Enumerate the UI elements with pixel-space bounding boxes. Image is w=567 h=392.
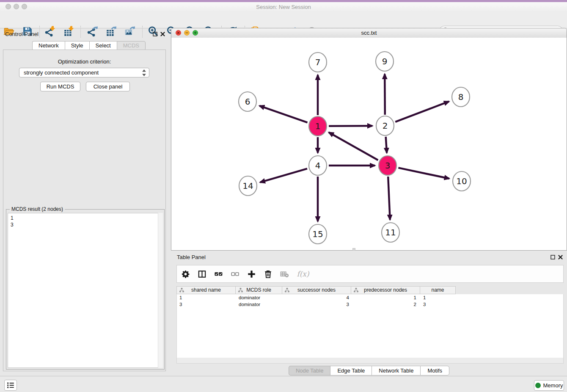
criterion-dropdown[interactable]: strongly connected component bbox=[19, 68, 149, 77]
table-cell[interactable]: 1 bbox=[177, 294, 236, 301]
memory-button[interactable]: Memory bbox=[534, 380, 564, 391]
table-cell[interactable]: 1 bbox=[421, 294, 456, 301]
node-10[interactable]: 10 bbox=[453, 171, 471, 191]
select-all-icon[interactable] bbox=[213, 269, 223, 279]
node-label: 4 bbox=[315, 160, 321, 171]
node-label: 10 bbox=[456, 176, 467, 186]
column-header-successor-nodes[interactable]: successor nodes bbox=[282, 286, 351, 294]
node-label: 11 bbox=[385, 227, 396, 237]
network-window-titlebar[interactable]: scc.txt bbox=[171, 28, 567, 38]
close-panel-icon[interactable] bbox=[159, 30, 166, 37]
edge-2-3[interactable] bbox=[386, 137, 387, 153]
table-cell[interactable]: 4 bbox=[283, 294, 352, 301]
edge-3-10[interactable] bbox=[398, 168, 449, 178]
table-row[interactable]: 3dominator323 bbox=[177, 301, 563, 308]
edge-1-6[interactable] bbox=[259, 106, 307, 123]
network-canvas[interactable]: 7968124314101511 bbox=[171, 38, 567, 250]
add-icon[interactable] bbox=[246, 269, 256, 279]
function-builder-icon[interactable]: f(x) bbox=[296, 269, 310, 279]
node-14[interactable]: 14 bbox=[239, 176, 257, 196]
tab-style[interactable]: Style bbox=[65, 41, 89, 50]
node-label: 7 bbox=[315, 57, 321, 67]
node-9[interactable]: 9 bbox=[376, 52, 394, 71]
table-tabs: Node TableEdge TableNetwork TableMotifs bbox=[171, 366, 567, 375]
app-title: Session: New Session bbox=[0, 4, 567, 10]
node-label: 14 bbox=[242, 181, 253, 191]
node-label: 3 bbox=[385, 160, 391, 171]
close-panel-button[interactable]: Close panel bbox=[86, 82, 130, 91]
mcds-result-groupbox: MCDS result (2 nodes) 1 3 bbox=[6, 209, 165, 370]
run-mcds-button[interactable]: Run MCDS bbox=[40, 82, 80, 91]
control-panel-title: Control Panel bbox=[5, 31, 39, 37]
app-titlebar: Session: New Session bbox=[0, 2, 567, 12]
mcds-panel: Optimization criterion: strongly connect… bbox=[3, 50, 166, 371]
network-view-window: scc.txt 7968124314101511 bbox=[171, 28, 567, 251]
deselect-all-icon[interactable] bbox=[230, 269, 240, 279]
column-header-name[interactable]: name bbox=[420, 286, 456, 294]
edge-2-9[interactable] bbox=[385, 74, 385, 115]
tab-network[interactable]: Network bbox=[32, 41, 65, 50]
table-scroll-area[interactable] bbox=[176, 358, 564, 364]
table-cell[interactable]: 3 bbox=[283, 301, 352, 308]
tab-mcds[interactable]: MCDS bbox=[117, 41, 146, 50]
status-bar: Memory bbox=[0, 376, 567, 392]
table-cell[interactable]: dominator bbox=[236, 301, 283, 308]
table-row[interactable]: 1dominator411 bbox=[177, 294, 563, 301]
column-header-MCDS-role[interactable]: MCDS role bbox=[236, 286, 282, 294]
delete-icon[interactable] bbox=[263, 269, 273, 279]
tab-network-table[interactable]: Network Table bbox=[372, 366, 420, 375]
node-3[interactable]: 3 bbox=[379, 156, 396, 175]
node-1[interactable]: 1 bbox=[309, 116, 327, 136]
node-8[interactable]: 8 bbox=[452, 87, 470, 107]
column-header-predecessor-nodes[interactable]: predecessor nodes bbox=[351, 286, 420, 294]
tab-node-table[interactable]: Node Table bbox=[289, 366, 330, 375]
result-scrollbar[interactable] bbox=[158, 213, 163, 368]
table-cell[interactable]: 3 bbox=[177, 301, 236, 308]
mcds-result-list[interactable]: 1 3 bbox=[8, 213, 163, 368]
table-toolbar: f(x) bbox=[176, 265, 564, 283]
edge-1-2[interactable] bbox=[329, 126, 372, 126]
tab-edge-table[interactable]: Edge Table bbox=[330, 366, 372, 375]
node-label: 8 bbox=[458, 92, 464, 102]
tab-select[interactable]: Select bbox=[89, 41, 117, 50]
node-7[interactable]: 7 bbox=[309, 52, 327, 72]
table-header-row: shared nameMCDS rolesuccessor nodesprede… bbox=[176, 286, 456, 294]
memory-status-icon bbox=[535, 383, 541, 388]
column-header-shared-name[interactable]: shared name bbox=[176, 286, 236, 294]
float-table-panel-icon[interactable] bbox=[549, 254, 556, 260]
table-cell[interactable]: 3 bbox=[421, 301, 456, 308]
table-settings-icon[interactable] bbox=[180, 269, 190, 279]
edge-4-14[interactable] bbox=[260, 168, 307, 182]
table-cell[interactable]: 2 bbox=[352, 301, 421, 308]
node-2[interactable]: 2 bbox=[376, 116, 394, 135]
memory-label: Memory bbox=[543, 382, 563, 389]
node-label: 15 bbox=[312, 229, 323, 239]
toggle-panes-icon[interactable] bbox=[197, 269, 207, 279]
task-history-button[interactable] bbox=[4, 380, 17, 391]
node-11[interactable]: 11 bbox=[382, 223, 399, 242]
network-window-title: scc.txt bbox=[171, 30, 567, 36]
dropdown-stepper-icon bbox=[142, 69, 146, 78]
node-4[interactable]: 4 bbox=[309, 156, 327, 175]
edge-2-8[interactable] bbox=[395, 102, 449, 122]
node-15[interactable]: 15 bbox=[309, 224, 327, 244]
tab-motifs[interactable]: Motifs bbox=[420, 366, 449, 375]
application-window: Session: New Session Control Panel Netwo… bbox=[0, 0, 567, 392]
edge-3-1[interactable] bbox=[329, 133, 378, 160]
node-label: 9 bbox=[382, 56, 388, 66]
main-toolbar bbox=[0, 12, 567, 28]
table-panel-title: Table Panel bbox=[177, 254, 206, 260]
node-label: 6 bbox=[245, 97, 250, 107]
close-table-panel-icon[interactable] bbox=[557, 254, 564, 260]
table-body: 1dominator4113dominator323 bbox=[176, 294, 564, 358]
list-icon bbox=[6, 381, 15, 390]
delete-table-icon[interactable] bbox=[279, 269, 289, 279]
table-cell[interactable]: dominator bbox=[236, 294, 283, 301]
float-panel-icon[interactable] bbox=[151, 30, 158, 37]
node-6[interactable]: 6 bbox=[239, 92, 256, 111]
node-label: 2 bbox=[383, 121, 388, 131]
table-cell[interactable]: 1 bbox=[352, 294, 421, 301]
edge-3-11[interactable] bbox=[388, 177, 390, 220]
control-panel: Control Panel NetworkStyleSelectMCDS Opt… bbox=[0, 28, 169, 374]
optimization-criterion-label: Optimization criterion: bbox=[3, 58, 165, 65]
